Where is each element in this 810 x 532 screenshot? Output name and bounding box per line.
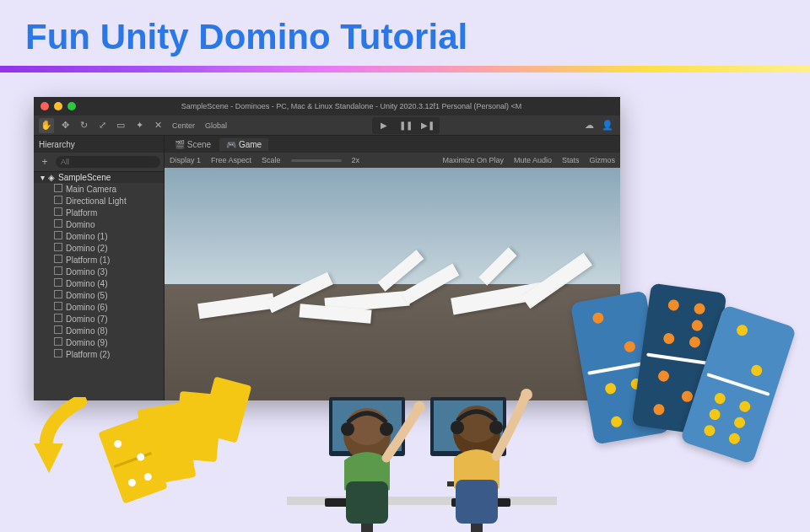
- scale-slider[interactable]: [291, 159, 342, 162]
- hierarchy-item[interactable]: Domino: [34, 218, 164, 230]
- gameobject-icon: [54, 302, 62, 312]
- play-controls: ▶ ❚❚ ▶❚: [372, 117, 440, 134]
- gizmos-toggle[interactable]: Gizmos: [589, 156, 615, 164]
- svg-point-18: [380, 422, 393, 436]
- svg-point-21: [521, 389, 532, 400]
- hierarchy-item-label: Domino (1): [66, 232, 107, 241]
- hierarchy-item-label: Domino (4): [66, 279, 107, 288]
- display-dropdown[interactable]: Display 1: [170, 156, 201, 164]
- minimize-icon[interactable]: [54, 102, 62, 110]
- rect-tool-icon[interactable]: ▭: [113, 118, 128, 133]
- hierarchy-item[interactable]: Domino (5): [34, 289, 164, 301]
- custom-tool-icon[interactable]: ✕: [150, 118, 165, 133]
- gradient-divider: [0, 66, 810, 73]
- scale-label: Scale: [262, 156, 281, 164]
- gameobject-icon: [54, 290, 62, 300]
- hierarchy-item[interactable]: Domino (1): [34, 230, 164, 242]
- gameobject-icon: [54, 184, 62, 194]
- stats-toggle[interactable]: Stats: [562, 156, 580, 164]
- pause-button[interactable]: ❚❚: [396, 119, 416, 132]
- unity-logo-icon: ◈: [48, 173, 55, 182]
- window-title-text: SampleScene - Dominoes - PC, Mac & Linux…: [89, 102, 613, 110]
- domino-3d: [478, 247, 516, 285]
- play-button[interactable]: ▶: [374, 119, 394, 132]
- svg-rect-16: [361, 524, 373, 532]
- hand-tool-icon[interactable]: ✋: [39, 118, 54, 133]
- hierarchy-item[interactable]: Platform: [34, 207, 164, 218]
- scene-name: SampleScene: [58, 173, 111, 182]
- svg-rect-15: [346, 481, 388, 524]
- svg-rect-22: [456, 480, 498, 524]
- window-titlebar: SampleScene - Dominoes - PC, Mac & Linux…: [34, 97, 620, 116]
- hierarchy-header: Hierarchy: [34, 136, 164, 153]
- hierarchy-item[interactable]: Platform (1): [34, 254, 164, 266]
- page-title: Fun Unity Domino Tutorial: [0, 0, 810, 66]
- gameobject-icon: [54, 266, 62, 277]
- hierarchy-item-label: Domino (3): [66, 267, 107, 277]
- hierarchy-item-label: Domino (2): [66, 244, 107, 253]
- scale-tool-icon[interactable]: ⤢: [94, 118, 110, 133]
- maximize-on-play-toggle[interactable]: Maximize On Play: [442, 156, 504, 164]
- hierarchy-item-label: Domino (6): [66, 303, 107, 312]
- hierarchy-label: Hierarchy: [39, 140, 75, 149]
- gameobject-icon: [54, 219, 62, 229]
- svg-point-17: [341, 422, 354, 436]
- account-icon[interactable]: 👤: [600, 118, 615, 133]
- scale-value: 2x: [352, 156, 360, 164]
- move-tool-icon[interactable]: ✥: [57, 118, 73, 133]
- blue-domino-illustration: [582, 279, 793, 490]
- maximize-icon[interactable]: [68, 102, 76, 110]
- hierarchy-item[interactable]: Domino (2): [34, 242, 164, 254]
- tab-game[interactable]: 🎮 Game: [219, 138, 268, 151]
- gameobject-icon: [54, 278, 62, 288]
- svg-marker-0: [34, 443, 63, 473]
- gameobject-icon: [54, 231, 62, 241]
- step-button[interactable]: ▶❚: [418, 119, 438, 132]
- svg-point-25: [489, 421, 503, 434]
- chevron-down-icon: ▾: [40, 173, 45, 182]
- gameobject-icon: [54, 196, 62, 206]
- hierarchy-item[interactable]: Domino (4): [34, 277, 164, 289]
- pivot-toggle[interactable]: Center: [169, 121, 198, 130]
- gameobject-icon: [54, 255, 62, 265]
- scene-row[interactable]: ▾ ◈ SampleScene: [34, 172, 164, 183]
- hierarchy-item-label: Platform: [66, 208, 97, 218]
- svg-rect-23: [471, 524, 483, 532]
- hierarchy-item-label: Platform (1): [66, 255, 110, 265]
- rotate-tool-icon[interactable]: ↻: [76, 118, 91, 133]
- transform-tool-icon[interactable]: ✦: [132, 118, 147, 133]
- add-icon[interactable]: +: [37, 154, 52, 169]
- hierarchy-item[interactable]: Directional Light: [34, 195, 164, 207]
- close-icon[interactable]: [40, 102, 49, 110]
- hierarchy-item-label: Domino: [66, 220, 94, 229]
- handle-toggle[interactable]: Global: [202, 121, 230, 130]
- collab-icon[interactable]: ☁: [581, 118, 597, 133]
- hierarchy-item-label: Directional Light: [66, 196, 127, 206]
- yellow-domino-illustration: [34, 321, 270, 507]
- kids-at-computers-illustration: [253, 313, 591, 532]
- aspect-dropdown[interactable]: Free Aspect: [211, 156, 251, 164]
- svg-point-14: [413, 401, 425, 413]
- svg-point-24: [451, 421, 464, 434]
- tab-scene[interactable]: 🎬 Scene: [168, 138, 218, 151]
- gameobject-icon: [54, 207, 62, 218]
- mute-audio-toggle[interactable]: Mute Audio: [514, 156, 552, 164]
- gameobject-icon: [54, 243, 62, 253]
- hierarchy-item[interactable]: Main Camera: [34, 183, 164, 195]
- hierarchy-item[interactable]: Domino (3): [34, 266, 164, 277]
- hierarchy-item[interactable]: Domino (6): [34, 301, 164, 313]
- hierarchy-item-label: Domino (5): [66, 291, 107, 300]
- curved-arrow-icon: [34, 397, 101, 490]
- main-toolbar: ✋ ✥ ↻ ⤢ ▭ ✦ ✕ Center Global ▶ ❚❚ ▶❚ ☁ 👤: [34, 116, 620, 136]
- hierarchy-search-input[interactable]: [56, 156, 160, 168]
- hierarchy-item-label: Main Camera: [66, 185, 116, 194]
